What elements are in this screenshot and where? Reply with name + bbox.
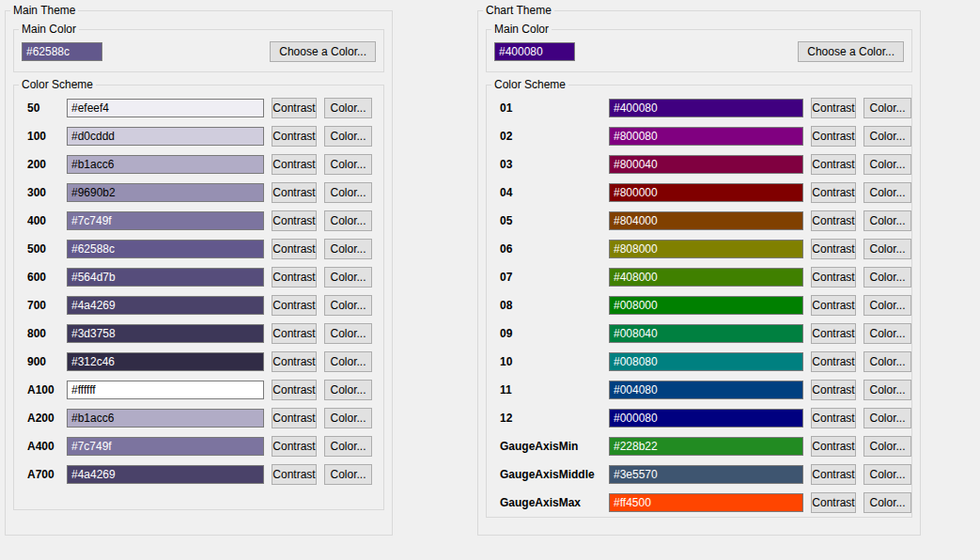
color-swatch[interactable]: #808000 bbox=[609, 240, 803, 258]
color-swatch[interactable]: #800000 bbox=[609, 183, 803, 202]
contrast-button[interactable]: Contrast bbox=[272, 380, 317, 400]
contrast-button[interactable]: Contrast bbox=[811, 436, 856, 457]
contrast-button[interactable]: Contrast bbox=[272, 239, 317, 259]
color-button[interactable]: Color... bbox=[863, 436, 911, 457]
color-button[interactable]: Color... bbox=[863, 380, 911, 400]
color-button[interactable]: Color... bbox=[324, 154, 372, 175]
contrast-button[interactable]: Contrast bbox=[811, 182, 856, 203]
main-theme-main-color-group: Main Color #62588c Choose a Color... bbox=[13, 23, 384, 72]
color-button[interactable]: Color... bbox=[863, 239, 911, 259]
color-button[interactable]: Color... bbox=[324, 267, 372, 288]
color-swatch[interactable]: #4a4269 bbox=[67, 465, 264, 484]
color-scheme-row-label: 12 bbox=[500, 412, 601, 425]
color-button[interactable]: Color... bbox=[863, 267, 911, 288]
contrast-button[interactable]: Contrast bbox=[811, 239, 856, 259]
color-button[interactable]: Color... bbox=[324, 126, 372, 147]
color-button[interactable]: Color... bbox=[863, 154, 911, 175]
chart-theme-main-swatch[interactable]: #400080 bbox=[494, 42, 575, 61]
color-swatch[interactable]: #400080 bbox=[609, 99, 803, 117]
color-swatch[interactable]: #7c749f bbox=[67, 211, 264, 230]
color-swatch[interactable]: #228b22 bbox=[609, 437, 803, 456]
color-button[interactable]: Color... bbox=[863, 351, 911, 372]
contrast-button[interactable]: Contrast bbox=[272, 323, 317, 344]
color-swatch[interactable]: #800040 bbox=[609, 155, 803, 174]
color-button[interactable]: Color... bbox=[863, 126, 911, 147]
color-button[interactable]: Color... bbox=[324, 182, 372, 203]
contrast-button[interactable]: Contrast bbox=[272, 98, 317, 118]
color-swatch[interactable]: #b1acc6 bbox=[67, 409, 264, 428]
main-theme-main-swatch[interactable]: #62588c bbox=[22, 42, 102, 61]
contrast-button[interactable]: Contrast bbox=[272, 267, 317, 288]
chart-theme-choose-color-button[interactable]: Choose a Color... bbox=[798, 41, 904, 62]
color-button[interactable]: Color... bbox=[324, 408, 372, 428]
color-swatch[interactable]: #efeef4 bbox=[67, 99, 264, 117]
color-swatch[interactable]: #9690b2 bbox=[67, 183, 264, 202]
color-button[interactable]: Color... bbox=[863, 210, 911, 231]
contrast-button[interactable]: Contrast bbox=[811, 464, 856, 485]
contrast-button[interactable]: Contrast bbox=[811, 380, 856, 400]
color-swatch[interactable]: #008040 bbox=[609, 324, 803, 343]
contrast-button[interactable]: Contrast bbox=[811, 98, 856, 118]
contrast-button[interactable]: Contrast bbox=[272, 182, 317, 203]
contrast-button[interactable]: Contrast bbox=[811, 154, 856, 175]
color-button[interactable]: Color... bbox=[324, 351, 372, 372]
color-scheme-row-label: 06 bbox=[500, 242, 601, 256]
contrast-button[interactable]: Contrast bbox=[811, 267, 856, 288]
color-button[interactable]: Color... bbox=[863, 464, 911, 485]
color-swatch[interactable]: #3e5570 bbox=[609, 465, 803, 484]
color-swatch[interactable]: #312c46 bbox=[67, 352, 264, 371]
color-swatch[interactable]: #d0cddd bbox=[67, 127, 264, 146]
color-button[interactable]: Color... bbox=[863, 492, 911, 513]
color-button[interactable]: Color... bbox=[324, 210, 372, 231]
color-button[interactable]: Color... bbox=[863, 98, 911, 118]
contrast-button[interactable]: Contrast bbox=[272, 154, 317, 175]
contrast-button[interactable]: Contrast bbox=[272, 126, 317, 147]
color-swatch[interactable]: #3d3758 bbox=[67, 324, 264, 343]
color-button[interactable]: Color... bbox=[324, 436, 372, 457]
chart-theme-main-color-group: Main Color #400080 Choose a Color... bbox=[486, 23, 912, 72]
color-button[interactable]: Color... bbox=[863, 295, 911, 316]
color-button[interactable]: Color... bbox=[324, 380, 372, 400]
color-button[interactable]: Color... bbox=[324, 98, 372, 118]
color-swatch[interactable]: #7c749f bbox=[67, 437, 264, 456]
color-swatch[interactable]: #004080 bbox=[609, 381, 803, 399]
contrast-button[interactable]: Contrast bbox=[272, 351, 317, 372]
color-scheme-row-label: A200 bbox=[27, 412, 59, 425]
color-swatch[interactable]: #008000 bbox=[609, 296, 803, 315]
contrast-button[interactable]: Contrast bbox=[272, 295, 317, 316]
color-swatch[interactable]: #564d7b bbox=[67, 268, 264, 287]
color-scheme-row-label: 300 bbox=[27, 186, 59, 199]
contrast-button[interactable]: Contrast bbox=[811, 295, 856, 316]
color-scheme-row: 05 #804000 Contrast Color... bbox=[500, 210, 911, 231]
color-button[interactable]: Color... bbox=[863, 182, 911, 203]
contrast-button[interactable]: Contrast bbox=[272, 464, 317, 485]
color-swatch[interactable]: #ffffff bbox=[67, 381, 264, 399]
main-theme-choose-color-button[interactable]: Choose a Color... bbox=[270, 41, 376, 62]
color-button[interactable]: Color... bbox=[863, 323, 911, 344]
color-scheme-row-label: 700 bbox=[27, 299, 59, 312]
color-swatch[interactable]: #008080 bbox=[609, 352, 803, 371]
contrast-button[interactable]: Contrast bbox=[811, 408, 856, 428]
color-swatch[interactable]: #ff4500 bbox=[609, 493, 803, 512]
color-button[interactable]: Color... bbox=[324, 295, 372, 316]
color-scheme-row: 100 #d0cddd Contrast Color... bbox=[27, 126, 383, 147]
color-swatch[interactable]: #000080 bbox=[609, 409, 803, 428]
color-swatch[interactable]: #b1acc6 bbox=[67, 155, 264, 174]
color-swatch[interactable]: #804000 bbox=[609, 211, 803, 230]
color-button[interactable]: Color... bbox=[324, 239, 372, 259]
color-button[interactable]: Color... bbox=[863, 408, 911, 428]
contrast-button[interactable]: Contrast bbox=[272, 408, 317, 428]
contrast-button[interactable]: Contrast bbox=[811, 210, 856, 231]
color-swatch[interactable]: #408000 bbox=[609, 268, 803, 287]
color-button[interactable]: Color... bbox=[324, 464, 372, 485]
color-button[interactable]: Color... bbox=[324, 323, 372, 344]
color-swatch[interactable]: #62588c bbox=[67, 240, 264, 258]
contrast-button[interactable]: Contrast bbox=[272, 436, 317, 457]
contrast-button[interactable]: Contrast bbox=[811, 492, 856, 513]
contrast-button[interactable]: Contrast bbox=[811, 126, 856, 147]
contrast-button[interactable]: Contrast bbox=[811, 351, 856, 372]
color-swatch[interactable]: #800080 bbox=[609, 127, 803, 146]
color-swatch[interactable]: #4a4269 bbox=[67, 296, 264, 315]
contrast-button[interactable]: Contrast bbox=[272, 210, 317, 231]
contrast-button[interactable]: Contrast bbox=[811, 323, 856, 344]
